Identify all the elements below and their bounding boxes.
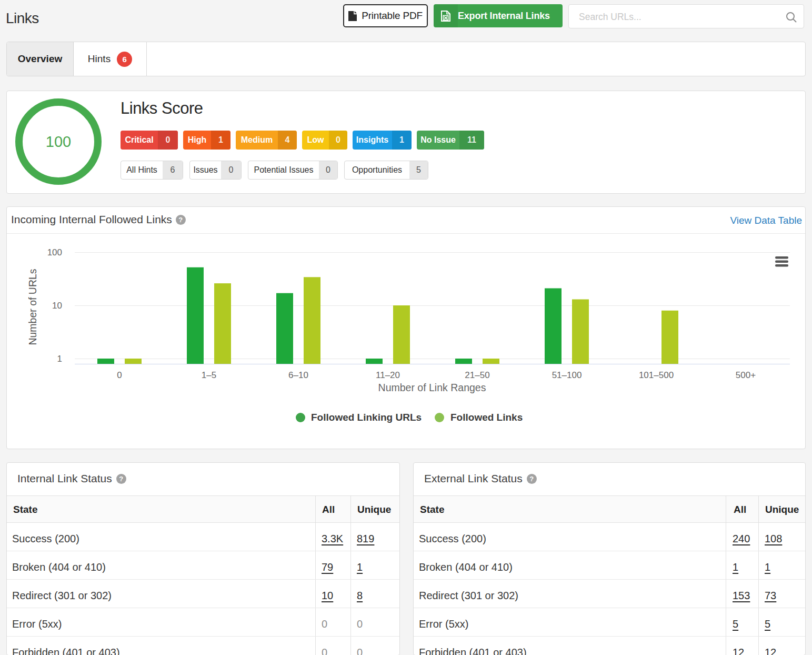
svg-text:Followed Links: Followed Links [450,412,523,423]
svg-text:1: 1 [57,354,62,364]
svg-text:101–500: 101–500 [639,370,674,380]
svg-text:1–5: 1–5 [202,370,216,380]
svg-text:Number of Link Ranges: Number of Link Ranges [378,382,486,393]
svg-text:Followed Linking URLs: Followed Linking URLs [311,412,422,423]
svg-text:51–100: 51–100 [552,370,582,380]
svg-text:100: 100 [47,247,62,257]
svg-text:500+: 500+ [736,370,756,380]
svg-text:0: 0 [117,370,122,380]
svg-text:11–20: 11–20 [376,370,400,380]
svg-text:6–10: 6–10 [288,370,308,380]
svg-text:21–50: 21–50 [465,370,489,380]
svg-text:10: 10 [52,301,62,311]
svg-text:Number of URLs: Number of URLs [27,269,38,345]
